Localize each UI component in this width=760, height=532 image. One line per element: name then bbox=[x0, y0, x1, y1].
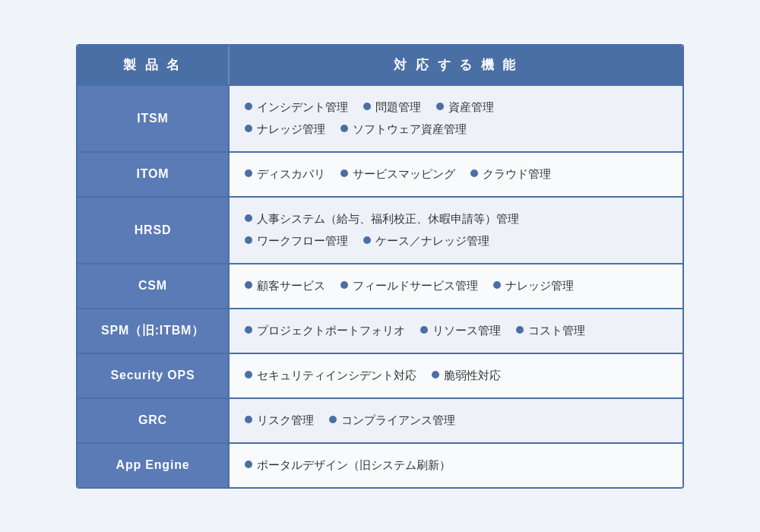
bullet-dot-icon bbox=[245, 281, 252, 289]
bullet-item: フィールドサービス管理 bbox=[340, 275, 478, 296]
bullet-dot-icon bbox=[245, 416, 252, 423]
bullet-dot-icon bbox=[470, 169, 478, 177]
bullet-dot-icon bbox=[340, 281, 348, 289]
row-content-appengine: ポータルデザイン（旧システム刷新） bbox=[230, 444, 682, 487]
bullet-text: 顧客サービス bbox=[257, 275, 325, 296]
bullet-item: リスク管理 bbox=[245, 410, 314, 430]
bullet-text: サービスマッピング bbox=[353, 163, 455, 184]
bullet-dot-icon bbox=[363, 236, 371, 244]
bullet-text: リソース管理 bbox=[432, 320, 501, 340]
row-header-itom: ITOM bbox=[78, 153, 230, 196]
row-header-itsm: ITSM bbox=[78, 86, 230, 151]
bullet-dot-icon bbox=[329, 416, 337, 423]
bullet-line: リスク管理コンプライアンス管理 bbox=[245, 410, 667, 430]
bullet-line: プロジェクトポートフォリオリソース管理コスト管理 bbox=[245, 320, 667, 340]
bullet-text: ワークフロー管理 bbox=[257, 230, 348, 251]
table-row-hrsd: HRSD人事システム（給与、福利校正、休暇申請等）管理ワークフロー管理ケース／ナ… bbox=[78, 196, 682, 263]
bullet-line: 顧客サービスフィールドサービス管理ナレッジ管理 bbox=[245, 275, 667, 296]
bullet-text: ポータルデザイン（旧システム刷新） bbox=[257, 454, 451, 475]
bullet-item: ディスカバリ bbox=[245, 163, 325, 184]
bullet-item: ナレッジ管理 bbox=[245, 119, 325, 139]
bullet-line: ディスカバリサービスマッピングクラウド管理 bbox=[245, 163, 667, 184]
bullet-item: コスト管理 bbox=[516, 320, 585, 340]
bullet-item: 問題管理 bbox=[363, 97, 421, 117]
bullet-text: 資産管理 bbox=[448, 97, 494, 117]
bullet-line: インシデント管理問題管理資産管理 bbox=[245, 97, 667, 117]
table-row-csm: CSM顧客サービスフィールドサービス管理ナレッジ管理 bbox=[78, 263, 682, 308]
bullet-text: プロジェクトポートフォリオ bbox=[257, 320, 405, 340]
row-content-grc: リスク管理コンプライアンス管理 bbox=[230, 399, 682, 442]
bullet-text: 人事システム（給与、福利校正、休暇申請等）管理 bbox=[257, 208, 519, 229]
row-content-itsm: インシデント管理問題管理資産管理ナレッジ管理ソフトウェア資産管理 bbox=[230, 86, 682, 151]
table-row-grc: GRCリスク管理コンプライアンス管理 bbox=[78, 397, 682, 442]
table-row-spm: SPM（旧:ITBM）プロジェクトポートフォリオリソース管理コスト管理 bbox=[78, 308, 682, 353]
bullet-dot-icon bbox=[245, 214, 252, 222]
bullet-text: リスク管理 bbox=[257, 410, 314, 430]
bullet-item: ワークフロー管理 bbox=[245, 230, 348, 251]
row-header-secops: Security OPS bbox=[78, 354, 230, 397]
bullet-dot-icon bbox=[493, 281, 501, 289]
bullet-text: ナレッジ管理 bbox=[257, 119, 325, 139]
bullet-text: ディスカバリ bbox=[257, 163, 325, 184]
bullet-text: ソフトウェア資産管理 bbox=[353, 119, 467, 139]
bullet-item: 顧客サービス bbox=[245, 275, 325, 296]
row-content-csm: 顧客サービスフィールドサービス管理ナレッジ管理 bbox=[230, 264, 682, 308]
bullet-dot-icon bbox=[436, 103, 444, 110]
bullet-text: クラウド管理 bbox=[483, 163, 551, 184]
bullet-dot-icon bbox=[516, 326, 524, 334]
bullet-line: セキュリティインシデント対応脆弱性対応 bbox=[245, 365, 667, 385]
bullet-dot-icon bbox=[245, 371, 252, 378]
bullet-text: フィールドサービス管理 bbox=[353, 275, 478, 296]
bullet-dot-icon bbox=[245, 236, 252, 244]
product-table: 製 品 名 対 応 す る 機 能 ITSMインシデント管理問題管理資産管理ナレ… bbox=[76, 44, 684, 489]
header-features: 対 応 す る 機 能 bbox=[230, 46, 682, 84]
bullet-dot-icon bbox=[245, 103, 252, 110]
bullet-text: ケース／ナレッジ管理 bbox=[375, 230, 489, 251]
table-row-itsm: ITSMインシデント管理問題管理資産管理ナレッジ管理ソフトウェア資産管理 bbox=[78, 84, 682, 151]
bullet-dot-icon bbox=[420, 326, 428, 334]
bullet-dot-icon bbox=[432, 371, 439, 378]
bullet-text: コスト管理 bbox=[528, 320, 585, 340]
bullet-item: プロジェクトポートフォリオ bbox=[245, 320, 405, 340]
bullet-line: ポータルデザイン（旧システム刷新） bbox=[245, 454, 667, 475]
bullet-dot-icon bbox=[340, 169, 348, 177]
bullet-text: セキュリティインシデント対応 bbox=[257, 365, 416, 385]
bullet-dot-icon bbox=[363, 103, 371, 110]
header-product-name: 製 品 名 bbox=[78, 46, 230, 84]
row-content-spm: プロジェクトポートフォリオリソース管理コスト管理 bbox=[230, 309, 682, 353]
bullet-item: リソース管理 bbox=[420, 320, 501, 340]
bullet-item: 人事システム（給与、福利校正、休暇申請等）管理 bbox=[245, 208, 519, 229]
row-header-grc: GRC bbox=[78, 399, 230, 442]
table-header: 製 品 名 対 応 す る 機 能 bbox=[78, 46, 682, 84]
row-header-spm: SPM（旧:ITBM） bbox=[78, 309, 230, 353]
row-content-hrsd: 人事システム（給与、福利校正、休暇申請等）管理ワークフロー管理ケース／ナレッジ管… bbox=[230, 198, 682, 263]
bullet-line: ワークフロー管理ケース／ナレッジ管理 bbox=[245, 230, 667, 251]
bullet-item: 資産管理 bbox=[436, 97, 494, 117]
table-row-appengine: App Engineポータルデザイン（旧システム刷新） bbox=[78, 442, 682, 487]
bullet-item: ポータルデザイン（旧システム刷新） bbox=[245, 454, 451, 475]
bullet-dot-icon bbox=[340, 125, 348, 132]
bullet-item: 脆弱性対応 bbox=[432, 365, 501, 385]
bullet-item: クラウド管理 bbox=[470, 163, 551, 184]
bullet-item: インシデント管理 bbox=[245, 97, 348, 117]
bullet-dot-icon bbox=[245, 125, 252, 132]
bullet-text: コンプライアンス管理 bbox=[341, 410, 455, 430]
table-row-secops: Security OPSセキュリティインシデント対応脆弱性対応 bbox=[78, 353, 682, 397]
bullet-item: ケース／ナレッジ管理 bbox=[363, 230, 489, 251]
row-content-itom: ディスカバリサービスマッピングクラウド管理 bbox=[230, 153, 682, 196]
bullet-text: 問題管理 bbox=[375, 97, 421, 117]
bullet-dot-icon bbox=[245, 169, 252, 177]
bullet-text: 脆弱性対応 bbox=[444, 365, 501, 385]
row-content-secops: セキュリティインシデント対応脆弱性対応 bbox=[230, 354, 682, 397]
bullet-dot-icon bbox=[245, 461, 252, 468]
row-header-csm: CSM bbox=[78, 264, 230, 308]
row-header-hrsd: HRSD bbox=[78, 198, 230, 263]
row-header-appengine: App Engine bbox=[78, 444, 230, 487]
bullet-line: 人事システム（給与、福利校正、休暇申請等）管理 bbox=[245, 208, 667, 229]
bullet-item: セキュリティインシデント対応 bbox=[245, 365, 416, 385]
bullet-item: コンプライアンス管理 bbox=[329, 410, 455, 430]
bullet-dot-icon bbox=[245, 326, 252, 334]
bullet-item: サービスマッピング bbox=[340, 163, 455, 184]
bullet-text: インシデント管理 bbox=[257, 97, 348, 117]
bullet-item: ナレッジ管理 bbox=[493, 275, 574, 296]
